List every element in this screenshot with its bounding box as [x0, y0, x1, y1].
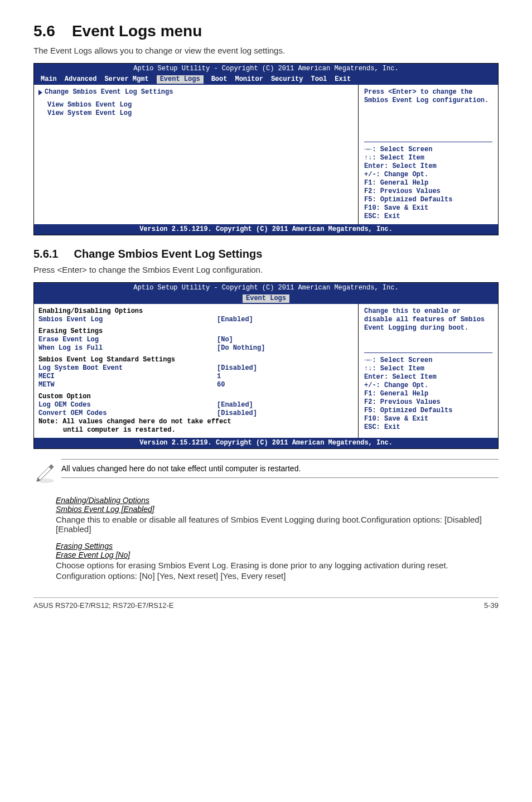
group-enabling: Enabling/Disabling Options [38, 307, 352, 316]
hint: Enter: Select Item [364, 373, 492, 381]
opt-value: 1 [217, 373, 221, 381]
group-standard: Smbios Event Log Standard Settings [38, 356, 352, 364]
hint: F5: Optimized Defaults [364, 196, 492, 204]
section-title: Event Logs menu [72, 22, 202, 40]
menu-exit[interactable]: Exit [335, 75, 351, 84]
opt-value: [Enabled] [217, 401, 253, 409]
hint: +/-: Change Opt. [364, 171, 492, 179]
bios-screen-event-logs: Aptio Setup Utility - Copyright (C) 2011… [33, 63, 499, 235]
note-text: All values changed here do not take effe… [61, 459, 499, 478]
bios-footer: Version 2.15.1219. Copyright (C) 2011 Am… [34, 224, 498, 235]
item-view-system-log[interactable]: View System Event Log [38, 109, 352, 118]
opt-erase-event-log[interactable]: Erase Event Log [No] [38, 336, 352, 344]
option-erasing-settings: Erasing Settings Erase Event Log [No] Ch… [56, 542, 499, 581]
item-change-smbios-settings[interactable]: Change Smbios Event Log Settings [38, 88, 352, 96]
hint: F2: Previous Values [364, 398, 492, 407]
section-heading: 5.6Event Logs menu [33, 22, 499, 40]
menu-event-logs[interactable]: Event Logs [157, 75, 204, 84]
pencil-icon [33, 459, 61, 486]
group-erasing: Erasing Settings [38, 327, 352, 336]
opt-label: MECI [38, 373, 217, 381]
bios-header: Aptio Setup Utility - Copyright (C) 2011… [34, 283, 498, 293]
item-view-smbios-log[interactable]: View Smbios Event Log [38, 101, 352, 109]
hint: ESC: Exit [364, 423, 492, 432]
menu-main[interactable]: Main [41, 75, 57, 84]
option-item-header: Smbios Event Log [Enabled] [56, 505, 499, 514]
opt-log-system-boot[interactable]: Log System Boot Event [Disabled] [38, 364, 352, 373]
hint: F2: Previous Values [364, 187, 492, 196]
bios-header: Aptio Setup Utility - Copyright (C) 2011… [34, 64, 498, 74]
submenu-arrow-icon [38, 90, 42, 95]
opt-value: [Disabled] [217, 364, 257, 373]
subsection-title: Change Smbios Event Log Settings [74, 248, 262, 260]
opt-value: [No] [217, 336, 233, 344]
hint: ↑↓: Select Item [364, 154, 492, 162]
menu-monitor[interactable]: Monitor [235, 75, 263, 84]
menu-server-mgmt[interactable]: Server Mgmt [104, 75, 148, 84]
option-group-header: Erasing Settings [56, 542, 499, 550]
opt-label: METW [38, 381, 217, 389]
opt-label: Convert OEM Codes [38, 409, 217, 418]
opt-label: Log OEM Codes [38, 401, 217, 409]
option-enabling-disabling: Enabling/Disabling Options Smbios Event … [56, 496, 499, 534]
footer-product: ASUS RS720-E7/RS12; RS720-E7/RS12-E [33, 601, 173, 610]
intro-text: The Event Logs allows you to change or v… [33, 46, 499, 55]
option-item-header: Erase Event Log [No] [56, 550, 499, 559]
help-text: Change this to enable or disable all fea… [364, 307, 492, 332]
hint: F10: Save & Exit [364, 204, 492, 212]
menu-security[interactable]: Security [271, 75, 303, 84]
opt-value: [Do Nothing] [217, 344, 265, 352]
hint: F1: General Help [364, 179, 492, 187]
opt-label: When Log is Full [38, 344, 217, 352]
item-label: Change Smbios Event Log Settings [45, 88, 173, 96]
page-footer: ASUS RS720-E7/RS12; RS720-E7/RS12-E 5-39 [33, 597, 499, 610]
hint: +/-: Change Opt. [364, 381, 492, 390]
hint: F5: Optimized Defaults [364, 407, 492, 415]
hint: →←: Select Screen [364, 146, 492, 154]
opt-log-oem-codes[interactable]: Log OEM Codes [Enabled] [38, 401, 352, 409]
bios-footer: Version 2.15.1219. Copyright (C) 2011 Am… [34, 438, 498, 448]
hint: ESC: Exit [364, 212, 492, 221]
opt-label: Smbios Event Log [38, 316, 217, 324]
option-description: Change this to enable or disable all fea… [56, 515, 499, 534]
option-description: Choose options for erasing Smbios Event … [56, 561, 499, 570]
option-config: Configuration options: [No] [Yes, Next r… [56, 571, 499, 581]
hint: F10: Save & Exit [364, 415, 492, 423]
subsection-heading: 5.6.1Change Smbios Event Log Settings [33, 248, 499, 260]
bios-screen-smbios-settings: Aptio Setup Utility - Copyright (C) 2011… [33, 282, 499, 449]
group-custom: Custom Option [38, 393, 352, 401]
opt-label: Log System Boot Event [38, 364, 217, 373]
menu-tool[interactable]: Tool [311, 75, 327, 84]
footer-page-number: 5-39 [484, 601, 499, 610]
note-line: until computer is restarted. [38, 426, 352, 434]
opt-label: Erase Event Log [38, 336, 217, 344]
subsection-number: 5.6.1 [33, 248, 58, 260]
menu-event-logs[interactable]: Event Logs [243, 294, 289, 303]
opt-smbios-event-log[interactable]: Smbios Event Log [Enabled] [38, 316, 352, 324]
hint: →←: Select Screen [364, 356, 492, 365]
note-line: Note: All values changed here do not tak… [38, 418, 352, 426]
menu-advanced[interactable]: Advanced [65, 75, 97, 84]
hint: Enter: Select Item [364, 162, 492, 171]
opt-when-log-full[interactable]: When Log is Full [Do Nothing] [38, 344, 352, 352]
bios-menu-bar: Main Advanced Server Mgmt Event Logs Boo… [34, 74, 498, 85]
option-group-header: Enabling/Disabling Options [56, 496, 499, 505]
opt-convert-oem-codes[interactable]: Convert OEM Codes [Disabled] [38, 409, 352, 418]
bios-menu-bar: Event Logs [34, 293, 498, 304]
opt-value: [Enabled] [217, 316, 253, 324]
opt-meci[interactable]: MECI 1 [38, 373, 352, 381]
hint: ↑↓: Select Item [364, 365, 492, 373]
menu-boot[interactable]: Boot [211, 75, 228, 84]
opt-value: 60 [217, 381, 225, 389]
opt-metw[interactable]: METW 60 [38, 381, 352, 389]
help-text: Press <Enter> to change the Smbios Event… [364, 88, 492, 105]
subsection-intro: Press <Enter> to change the Smbios Event… [33, 265, 499, 274]
hint: F1: General Help [364, 390, 492, 398]
section-number: 5.6 [33, 22, 55, 40]
opt-value: [Disabled] [217, 409, 257, 418]
note-callout: All values changed here do not take effe… [33, 459, 499, 486]
